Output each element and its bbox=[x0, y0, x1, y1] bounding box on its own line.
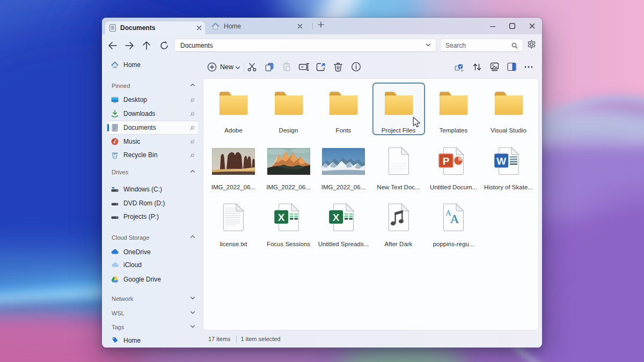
svg-text:A: A bbox=[450, 212, 459, 226]
svg-text:W: W bbox=[496, 156, 506, 167]
svg-text:P: P bbox=[443, 156, 450, 167]
